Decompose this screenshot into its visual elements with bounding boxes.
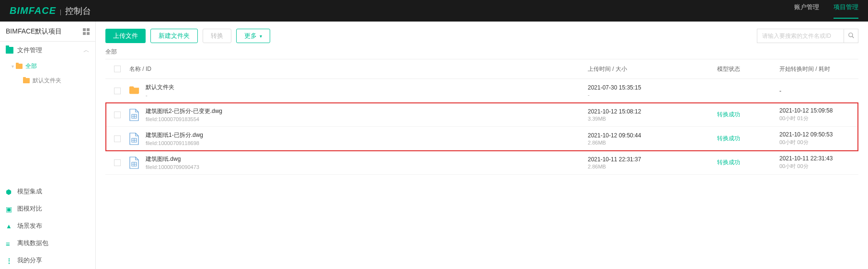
upload-time: 2021-07-30 15:35:15 [588,84,717,91]
table-row[interactable]: 建筑图纸1-已拆分.dwgfileId:100007091186982021-1… [105,127,858,151]
convert-time: - [779,88,858,94]
file-size: 2.86MB [588,164,717,169]
tree-item-all[interactable]: ▾ 全部 [0,59,95,73]
database-icon [6,240,13,247]
folder-icon [23,78,30,83]
project-name: BIMFACE默认项目 [6,27,83,36]
caret-down-icon: ▾ [11,64,14,69]
header-nav: 账户管理 项目管理 [794,3,858,19]
nav-account[interactable]: 账户管理 [794,3,819,19]
convert-button: 转换 [203,29,231,43]
table-header: 名称 / ID 上传时间 / 大小 模型状态 开始转换时间 / 耗时 [105,59,858,79]
sidebar-item-share[interactable]: 我的分享 [0,252,95,269]
logo-subtitle: 控制台 [65,6,91,16]
search-box [757,29,858,43]
caret-down-icon: ▾ [260,34,262,39]
tree-item-default[interactable]: 默认文件夹 [0,73,95,88]
logo-separator: | [60,8,61,15]
upload-time: 2021-10-11 22:31:37 [588,156,717,163]
file-name: 建筑图纸.dwg [146,155,199,163]
col-time: 上传时间 / 大小 [588,65,717,73]
convert-duration: 00小时 00分 [779,139,858,146]
dwg-file-icon [129,157,140,169]
file-name: 建筑图纸2-已拆分-已变更.dwg [146,107,222,115]
sidebar-item-scene[interactable]: 场景发布 [0,217,95,235]
status-badge: 转换成功 [717,135,740,142]
svg-line-1 [852,36,854,38]
col-status: 模型状态 [717,65,779,73]
sidebar-item-files[interactable]: 文件管理 ︿ [0,42,95,59]
share-icon [6,257,13,264]
logo-text: BIMFACE [10,5,56,16]
search-input[interactable] [757,33,844,39]
upload-time: 2021-10-12 09:50:44 [588,132,717,139]
project-header: BIMFACE默认项目 [0,22,95,42]
col-name: 名称 / ID [129,65,588,73]
sidebar-label: 离线数据包 [17,239,48,247]
row-checkbox[interactable] [114,135,121,142]
toolbar: 上传文件 新建文件夹 转换 更多 ▾ [105,29,858,43]
row-checkbox[interactable] [114,159,121,166]
more-button[interactable]: 更多 ▾ [236,29,270,43]
folder-icon [129,85,140,97]
table-row[interactable]: 建筑图纸.dwgfileId:100007090904732021-10-11 … [105,151,858,175]
sidebar: BIMFACE默认项目 文件管理 ︿ ▾ 全部 默认文件夹 模型集成 [0,22,96,269]
tree-label: 全部 [25,62,37,70]
svg-point-0 [848,33,852,36]
convert-time: 2021-10-11 22:31:43 [779,155,858,162]
convert-duration: 00小时 01分 [779,115,858,122]
sidebar-label: 图模对比 [17,204,42,213]
row-checkbox[interactable] [114,112,121,118]
file-table: 名称 / ID 上传时间 / 大小 模型状态 开始转换时间 / 耗时 默认文件夹… [105,59,858,175]
file-id: fileId:10000709090473 [146,164,199,170]
file-size: - [588,92,717,98]
search-icon [848,32,855,39]
logo: BIMFACE | 控制台 [10,5,91,17]
sidebar-label: 文件管理 [17,46,42,55]
cube-icon [6,188,13,195]
nav-project[interactable]: 项目管理 [834,3,858,19]
convert-time: 2021-10-12 15:09:58 [779,107,858,114]
select-all-checkbox[interactable] [114,66,121,72]
sidebar-item-offline[interactable]: 离线数据包 [0,235,95,252]
grid-icon[interactable] [83,28,90,35]
folder-icon [16,64,23,69]
sidebar-item-model[interactable]: 模型集成 [0,183,95,200]
sidebar-label: 场景发布 [17,222,42,230]
file-size: 3.39MB [588,116,717,122]
table-row[interactable]: 默认文件夹-2021-07-30 15:35:15-- [105,79,858,103]
app-header: BIMFACE | 控制台 账户管理 项目管理 [0,0,868,22]
upload-button[interactable]: 上传文件 [105,29,146,43]
status-badge: 转换成功 [717,159,740,166]
breadcrumb: 全部 [105,48,858,56]
table-row[interactable]: 建筑图纸2-已拆分-已变更.dwgfileId:1000070918355420… [105,103,858,127]
chevron-up-icon: ︿ [83,46,90,55]
convert-duration: 00小时 00分 [779,163,858,170]
convert-time: 2021-10-12 09:50:53 [779,131,858,138]
file-name: 默认文件夹 [146,83,174,91]
dwg-file-icon [129,109,140,121]
row-checkbox[interactable] [114,88,121,94]
file-id: fileId:10000709183554 [146,116,222,122]
main-content: 上传文件 新建文件夹 转换 更多 ▾ 全部 名称 / ID 上传时间 / 大小 [96,22,868,269]
sidebar-item-compare[interactable]: 图模对比 [0,200,95,217]
scene-icon [6,223,13,229]
folder-icon [6,47,13,54]
status-badge: 转换成功 [717,111,740,118]
search-button[interactable] [844,29,858,43]
more-label: 更多 [244,32,257,40]
sidebar-label: 我的分享 [17,256,42,265]
compare-icon [6,205,13,212]
col-convert: 开始转换时间 / 耗时 [779,65,858,73]
new-folder-button[interactable]: 新建文件夹 [150,29,198,43]
file-id: - [146,92,174,98]
file-name: 建筑图纸1-已拆分.dwg [146,131,203,139]
tree-label: 默认文件夹 [33,77,61,85]
dwg-file-icon [129,133,140,145]
sidebar-label: 模型集成 [17,187,42,196]
file-size: 2.86MB [588,140,717,146]
upload-time: 2021-10-12 15:08:12 [588,108,717,115]
file-id: fileId:10000709118698 [146,140,203,146]
